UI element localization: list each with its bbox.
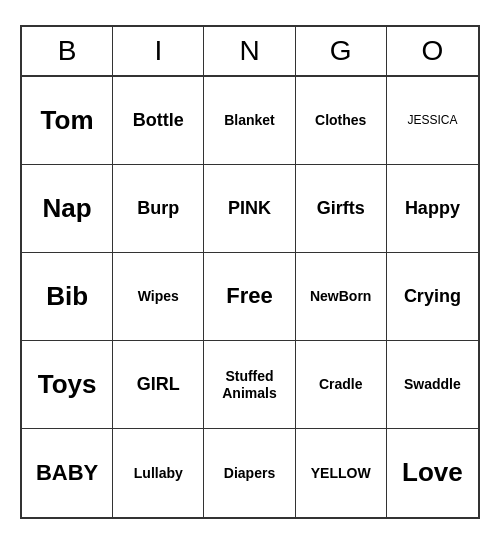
- cell-label: Clothes: [315, 112, 366, 129]
- cell-label: Tom: [41, 105, 94, 136]
- cell-label: Stuffed Animals: [208, 368, 290, 402]
- bingo-cell: BABY: [22, 429, 113, 517]
- cell-label: Girfts: [317, 198, 365, 220]
- bingo-cell: Tom: [22, 77, 113, 165]
- cell-label: Bib: [46, 281, 88, 312]
- cell-label: Nap: [43, 193, 92, 224]
- bingo-cell: Clothes: [296, 77, 387, 165]
- bingo-cell: Toys: [22, 341, 113, 429]
- header-letter: B: [22, 27, 113, 75]
- bingo-cell: JESSICA: [387, 77, 478, 165]
- bingo-cell: PINK: [204, 165, 295, 253]
- cell-label: JESSICA: [407, 113, 457, 127]
- header-letter: I: [113, 27, 204, 75]
- cell-label: Love: [402, 457, 463, 488]
- cell-label: Bottle: [133, 110, 184, 132]
- cell-label: Cradle: [319, 376, 363, 393]
- cell-label: BABY: [36, 460, 98, 486]
- bingo-cell: Love: [387, 429, 478, 517]
- bingo-cell: NewBorn: [296, 253, 387, 341]
- cell-label: Wipes: [138, 288, 179, 305]
- bingo-cell: Nap: [22, 165, 113, 253]
- bingo-cell: Stuffed Animals: [204, 341, 295, 429]
- header-letter: G: [296, 27, 387, 75]
- bingo-cell: Bottle: [113, 77, 204, 165]
- bingo-cell: Burp: [113, 165, 204, 253]
- cell-label: NewBorn: [310, 288, 371, 305]
- bingo-cell: Cradle: [296, 341, 387, 429]
- cell-label: YELLOW: [311, 465, 371, 482]
- header-letter: O: [387, 27, 478, 75]
- cell-label: Lullaby: [134, 465, 183, 482]
- cell-label: Swaddle: [404, 376, 461, 393]
- bingo-cell: Girfts: [296, 165, 387, 253]
- bingo-cell: Blanket: [204, 77, 295, 165]
- header-letter: N: [204, 27, 295, 75]
- bingo-cell: YELLOW: [296, 429, 387, 517]
- bingo-cell: Happy: [387, 165, 478, 253]
- cell-label: Free: [226, 283, 272, 309]
- bingo-cell: Wipes: [113, 253, 204, 341]
- cell-label: Crying: [404, 286, 461, 308]
- bingo-cell: Crying: [387, 253, 478, 341]
- bingo-grid: TomBottleBlanketClothesJESSICANapBurpPIN…: [22, 77, 478, 517]
- bingo-cell: GIRL: [113, 341, 204, 429]
- cell-label: PINK: [228, 198, 271, 220]
- bingo-card: BINGO TomBottleBlanketClothesJESSICANapB…: [20, 25, 480, 519]
- cell-label: Diapers: [224, 465, 275, 482]
- bingo-cell: Diapers: [204, 429, 295, 517]
- bingo-header: BINGO: [22, 27, 478, 77]
- bingo-cell: Bib: [22, 253, 113, 341]
- cell-label: GIRL: [137, 374, 180, 396]
- cell-label: Blanket: [224, 112, 275, 129]
- bingo-cell: Free: [204, 253, 295, 341]
- cell-label: Happy: [405, 198, 460, 220]
- cell-label: Burp: [137, 198, 179, 220]
- cell-label: Toys: [38, 369, 97, 400]
- bingo-cell: Lullaby: [113, 429, 204, 517]
- bingo-cell: Swaddle: [387, 341, 478, 429]
